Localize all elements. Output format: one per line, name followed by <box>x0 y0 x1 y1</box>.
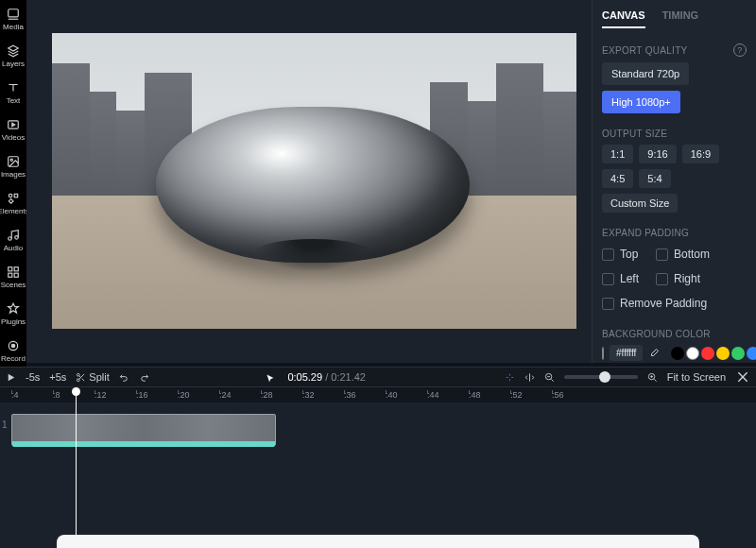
checkbox-icon <box>602 273 614 285</box>
rail-label: Images <box>1 170 26 179</box>
svg-point-7 <box>15 236 19 240</box>
svg-rect-5 <box>14 194 18 197</box>
videos-icon <box>7 118 20 131</box>
aspect-9-16-button[interactable]: 9:16 <box>639 145 676 163</box>
svg-point-13 <box>11 344 15 348</box>
rail-label: Media <box>3 23 24 31</box>
elements-icon <box>7 192 20 205</box>
ruler-tick: :20 <box>178 390 219 400</box>
audio-icon <box>7 229 20 242</box>
rail-videos[interactable]: Videos <box>0 118 26 142</box>
play-icon <box>6 372 16 383</box>
padding-left-checkbox[interactable]: Left <box>602 268 639 289</box>
layers-icon <box>7 44 20 58</box>
zoom-in-button[interactable] <box>647 372 658 383</box>
rail-label: Text <box>7 96 21 105</box>
redo-icon <box>139 372 149 383</box>
quality-high-button[interactable]: High 1080p+ <box>602 91 680 113</box>
padding-bottom-checkbox[interactable]: Bottom <box>656 244 710 265</box>
swatch-blue[interactable] <box>747 347 756 360</box>
rail-images[interactable]: Images <box>0 155 26 179</box>
rail-label: Record <box>1 354 26 363</box>
snap-button[interactable] <box>505 372 515 383</box>
zoom-slider[interactable] <box>564 375 638 379</box>
rail-layers[interactable]: Layers <box>0 44 26 68</box>
rail-elements[interactable]: Elements <box>0 192 26 215</box>
tab-timing[interactable]: TIMING <box>662 9 699 28</box>
timeline-toolbar: -5s +5s Split 0:05.29 / 0:21.42 Fit to S… <box>0 367 756 387</box>
track-number: 1 <box>2 420 8 430</box>
quality-standard-button[interactable]: Standard 720p <box>602 62 689 85</box>
blade-icon <box>524 372 535 383</box>
aspect-5-4-button[interactable]: 5:4 <box>639 169 670 188</box>
plugins-icon <box>7 302 20 316</box>
color-hex-input[interactable]: #ffffff <box>610 345 643 361</box>
checkbox-label: Right <box>674 272 700 285</box>
timeline-ruler[interactable]: :4 :8 :12 :16 :20 :24 :28 :32 :36 :40 :4… <box>0 387 756 402</box>
undo-button[interactable] <box>119 372 129 383</box>
properties-panel: CANVAS TIMING EXPORT QUALITY ? Standard … <box>592 0 756 363</box>
preview-building <box>468 101 496 196</box>
forward-5s-button[interactable]: +5s <box>49 371 66 383</box>
padding-right-checkbox[interactable]: Right <box>656 268 710 289</box>
preview-bean-sculpture <box>156 107 470 263</box>
padding-top-checkbox[interactable]: Top <box>602 244 639 265</box>
timeline-area[interactable] <box>0 402 756 548</box>
output-size-label: OUTPUT SIZE <box>602 128 747 139</box>
play-button[interactable] <box>6 372 16 383</box>
remove-padding-checkbox[interactable]: Remove Padding <box>602 293 747 314</box>
checkbox-icon <box>602 298 614 310</box>
swatch-red[interactable] <box>701 347 714 360</box>
media-icon <box>7 8 20 21</box>
swatch-black[interactable] <box>671 347 684 360</box>
expand-padding-label: EXPAND PADDING <box>602 228 747 238</box>
svg-rect-11 <box>14 273 18 277</box>
padding-grid: Top Left Bottom Right <box>602 244 747 289</box>
checkbox-icon <box>656 273 668 285</box>
blade-button[interactable] <box>524 372 535 383</box>
rail-text[interactable]: Text <box>0 81 26 105</box>
aspect-16-9-button[interactable]: 16:9 <box>682 145 719 163</box>
ruler-tick: :44 <box>427 390 469 400</box>
swatch-white[interactable] <box>686 347 699 360</box>
close-button[interactable] <box>735 369 750 385</box>
split-button[interactable]: Split <box>76 371 109 383</box>
swatch-yellow[interactable] <box>716 347 730 360</box>
svg-rect-10 <box>9 273 12 277</box>
checkbox-label: Left <box>620 272 639 285</box>
zoom-out-button[interactable] <box>544 372 555 383</box>
eyedropper-icon[interactable] <box>648 347 660 360</box>
tab-canvas[interactable]: CANVAS <box>602 9 645 28</box>
video-clip[interactable] <box>11 414 276 446</box>
rail-label: Elements <box>0 207 29 215</box>
rail-plugins[interactable]: Plugins <box>0 302 26 326</box>
section-text: EXPORT QUALITY <box>602 45 688 56</box>
svg-point-17 <box>77 373 80 376</box>
total-time: 0:21.42 <box>331 371 366 383</box>
back-5s-button[interactable]: -5s <box>26 371 40 383</box>
canvas-frame[interactable] <box>52 33 576 329</box>
ruler-tick: :16 <box>136 390 178 400</box>
rail-label: Scenes <box>1 281 26 289</box>
zoom-in-icon <box>647 372 658 383</box>
close-icon <box>735 369 750 385</box>
svg-point-4 <box>9 194 12 197</box>
rail-scenes[interactable]: Scenes <box>0 265 26 289</box>
rail-record[interactable]: Record <box>0 339 26 363</box>
images-icon <box>7 155 20 168</box>
rail-media[interactable]: Media <box>0 8 26 31</box>
swatch-green[interactable] <box>731 347 745 360</box>
rail-audio[interactable]: Audio <box>0 229 26 252</box>
fit-to-screen-button[interactable]: Fit to Screen <box>667 371 726 383</box>
custom-size-button[interactable]: Custom Size <box>602 194 678 213</box>
svg-rect-0 <box>9 9 19 17</box>
ruler-tick: :36 <box>344 390 386 400</box>
preview-building <box>116 111 145 196</box>
redo-button[interactable] <box>139 372 149 383</box>
aspect-4-5-button[interactable]: 4:5 <box>602 169 633 188</box>
playhead[interactable] <box>76 387 77 539</box>
output-size-presets: 1:1 9:16 16:9 4:5 5:4 <box>602 145 747 188</box>
aspect-1-1-button[interactable]: 1:1 <box>602 145 633 163</box>
help-icon[interactable]: ? <box>733 43 747 57</box>
current-color-swatch[interactable] <box>602 347 604 360</box>
